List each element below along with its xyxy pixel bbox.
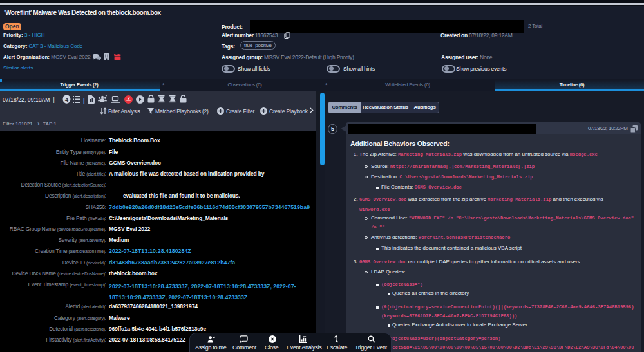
svg-text:4: 4 [65, 97, 68, 103]
